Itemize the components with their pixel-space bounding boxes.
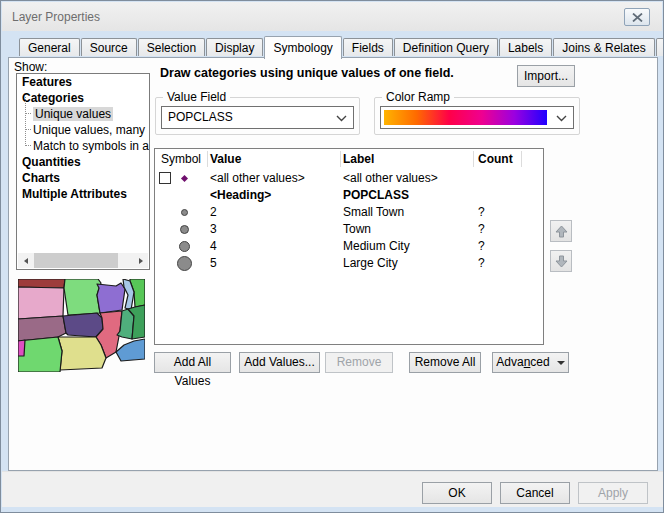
arrow-down-icon [555,255,568,268]
scroll-left-icon [24,258,28,264]
table-row[interactable]: 3 Town ? [155,221,543,238]
map-state-shape [63,313,103,337]
scroll-right-button[interactable] [133,253,148,268]
map-state-shape [18,287,64,319]
table-row[interactable]: <all other values> <all other values> [155,170,543,187]
show-list: Features Categories Unique values Unique… [16,73,150,270]
tab-source[interactable]: Source [81,38,137,56]
header-label: Label [343,149,374,169]
header-symbol: Symbol [161,149,201,169]
tab-general[interactable]: General [19,38,80,56]
column-divider [473,151,474,167]
show-item-categories[interactable]: Categories [17,90,149,106]
tab-time[interactable]: Time [656,38,664,56]
values-table: Symbol Value Label Count <all other valu… [154,148,544,345]
remove-button[interactable]: Remove [325,352,393,373]
point-symbol-icon[interactable] [180,225,189,234]
symbology-tab-page: Show: Features Categories Unique values … [8,57,658,471]
tab-selection[interactable]: Selection [138,38,205,56]
scroll-right-icon [139,258,143,264]
table-row[interactable]: 5 Large City ? [155,255,543,272]
point-symbol-icon[interactable] [177,256,192,271]
color-ramp-dropdown[interactable] [380,106,574,129]
show-item-charts[interactable]: Charts [17,170,149,186]
point-symbol-icon[interactable] [179,241,190,252]
tab-strip: General Source Selection Display Symbolo… [19,36,664,58]
table-row[interactable]: 4 Medium City ? [155,238,543,255]
show-label: Show: [14,60,47,74]
map-state-shape [97,283,125,313]
table-header: Symbol Value Label Count [155,149,543,169]
dialog-footer: OK Cancel Apply [2,471,664,507]
cancel-button[interactable]: Cancel [500,482,570,504]
point-symbol-icon [181,175,188,182]
chevron-down-icon [556,115,567,122]
tree-branch-icon [25,129,31,146]
close-button[interactable] [624,8,650,26]
show-item-unique-values[interactable]: Unique values [17,106,149,122]
ok-button[interactable]: OK [422,482,492,504]
color-ramp-gradient [384,110,547,125]
column-divider [340,151,341,167]
color-ramp-group-label: Color Ramp [382,90,454,104]
layer-properties-dialog: Layer Properties General Source Selectio… [0,0,664,513]
value-field-group-label: Value Field [163,90,230,104]
advanced-button[interactable]: Advanced [492,352,569,373]
all-other-values-checkbox[interactable] [159,172,171,184]
map-state-shape [64,279,101,315]
header-value: Value [210,149,241,169]
table-row[interactable]: <Heading> POPCLASS [155,187,543,204]
tab-display[interactable]: Display [206,38,263,56]
tree-branch-icon [25,113,31,130]
show-item-multiple-attributes[interactable]: Multiple Attributes [17,186,149,202]
titlebar: Layer Properties [2,2,662,31]
remove-all-button[interactable]: Remove All [409,352,481,373]
tab-fields[interactable]: Fields [343,38,393,56]
tab-labels[interactable]: Labels [499,38,552,56]
scroll-left-button[interactable] [18,253,33,268]
move-up-button[interactable] [550,220,572,242]
add-values-button[interactable]: Add Values... [239,352,320,373]
show-item-match-symbols[interactable]: Match to symbols in a [17,138,149,154]
layer-preview-map [18,279,145,372]
value-field-selected: POPCLASS [168,110,233,124]
close-icon [632,13,643,22]
table-row[interactable]: 2 Small Town ? [155,204,543,221]
chevron-down-icon [336,115,347,122]
value-field-dropdown[interactable]: POPCLASS [161,106,354,129]
tab-symbology[interactable]: Symbology [264,36,341,59]
value-field-group: Value Field POPCLASS [155,97,360,135]
tab-definition-query[interactable]: Definition Query [394,38,498,56]
window-title: Layer Properties [12,10,100,24]
color-ramp-group: Color Ramp [374,97,580,135]
import-button[interactable]: Import... [517,65,575,87]
scrollbar-thumb[interactable] [34,253,118,268]
map-state-shape [18,340,25,356]
method-description: Draw categories using unique values of o… [160,66,454,80]
show-item-features[interactable]: Features [17,74,149,90]
add-all-values-button[interactable]: Add All Values [154,352,231,373]
column-divider [521,151,522,167]
column-divider [207,151,208,167]
tree-branch-icon [25,97,31,114]
tab-joins-relates[interactable]: Joins & Relates [553,38,654,56]
show-list-hscrollbar[interactable] [18,253,148,268]
header-count: Count [478,149,513,169]
map-state-shape [58,337,106,370]
point-symbol-icon[interactable] [181,209,188,216]
move-down-button[interactable] [550,250,572,272]
arrow-up-icon [555,225,568,238]
dropdown-arrow-icon [557,361,565,365]
map-state-shape [116,339,145,361]
show-item-quantities[interactable]: Quantities [17,154,149,170]
apply-button[interactable]: Apply [578,482,648,504]
show-item-unique-values-many[interactable]: Unique values, many [17,122,149,138]
